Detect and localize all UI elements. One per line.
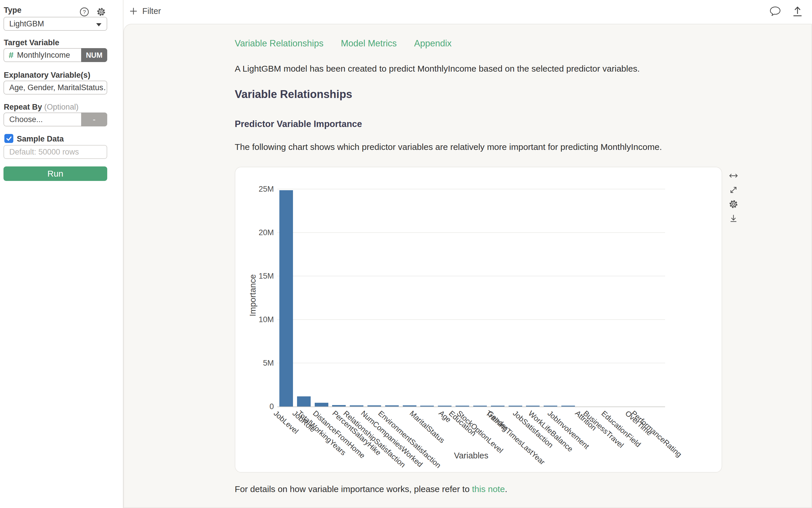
x-axis-title: Variables xyxy=(454,451,489,460)
plus-icon xyxy=(130,7,137,15)
gridline xyxy=(277,276,665,276)
subsection-title: Predictor Variable Importance xyxy=(235,119,362,129)
bar-RelationshipSatisfaction[interactable] xyxy=(367,405,381,407)
bar-WorkLifeBalance[interactable] xyxy=(544,406,557,407)
type-select-value: LightGBM xyxy=(4,19,44,29)
y-tick-label: 25M xyxy=(242,185,274,194)
gridline xyxy=(277,189,665,189)
footer-note: For details on how variable importance w… xyxy=(235,484,507,494)
numeric-hash-icon: # xyxy=(4,50,14,60)
y-tick-label: 20M xyxy=(242,228,274,237)
gridline xyxy=(277,232,665,233)
report-tabs: Variable Relationships Model Metrics App… xyxy=(235,38,451,49)
bar-JobSatisfaction[interactable] xyxy=(526,406,540,407)
sidebar: Type ? LightGBM Target Variable # Monthl… xyxy=(0,0,124,508)
explanatory-variables-label: Explanatory Variable(s) xyxy=(4,71,90,80)
bar-MaritalStatus[interactable] xyxy=(420,406,434,407)
bar-Education[interactable] xyxy=(456,406,469,407)
chart-settings-gear-icon[interactable] xyxy=(728,199,738,209)
bar-PercentSalaryHike[interactable] xyxy=(350,405,363,407)
target-variable-field[interactable]: # MonthlyIncome NUM xyxy=(3,48,107,62)
chart-description-text: The following chart shows which predicto… xyxy=(235,142,662,152)
explanatory-variables-field[interactable]: Age, Gender, MaritalStatus… xyxy=(3,81,107,94)
gear-icon[interactable] xyxy=(96,7,106,17)
gridline xyxy=(277,363,665,363)
filter-label: Filter xyxy=(142,6,161,16)
y-tick-label: 10M xyxy=(242,315,274,324)
bar-DistanceFromHome[interactable] xyxy=(332,405,346,407)
gridline xyxy=(277,319,665,320)
repeat-by-value: Choose... xyxy=(4,115,43,124)
bar-TrainingTimesLastYear[interactable] xyxy=(508,406,522,407)
analytics-report-card: Variable Relationships Model Metrics App… xyxy=(124,24,812,508)
help-icon[interactable]: ? xyxy=(79,7,89,17)
footer-note-text: For details on how variable importance w… xyxy=(235,484,472,494)
bar-Gender[interactable] xyxy=(491,406,504,407)
bar-JobRole[interactable] xyxy=(297,396,311,407)
explanatory-variables-value: Age, Gender, MaritalStatus… xyxy=(4,83,107,92)
target-variable-label: Target Variable xyxy=(4,38,59,47)
chart-toolbar xyxy=(728,171,738,223)
sample-data-label: Sample Data xyxy=(17,134,64,143)
y-tick-label: 0 xyxy=(242,402,274,411)
tab-model-metrics[interactable]: Model Metrics xyxy=(341,38,397,49)
comment-icon[interactable] xyxy=(769,5,781,17)
run-button[interactable]: Run xyxy=(3,166,107,181)
model-summary-text: A LightGBM model has been created to pre… xyxy=(235,64,640,74)
bar-NumCompaniesWorked[interactable] xyxy=(385,405,399,407)
bar-JobInvolvement[interactable] xyxy=(561,406,575,407)
chevron-down-icon xyxy=(96,23,101,27)
add-filter-button[interactable]: Filter xyxy=(130,6,161,16)
expand-width-icon[interactable] xyxy=(728,171,738,181)
sample-size-input[interactable] xyxy=(3,145,107,159)
bar-JobLevel[interactable] xyxy=(279,190,293,407)
bar-TotalWorkingYears[interactable] xyxy=(315,403,328,407)
importance-bar-chart: Importance 05M10M15M20M25MJobLevelJobRol… xyxy=(235,167,722,473)
topbar: Filter xyxy=(124,0,812,24)
num-type-badge: NUM xyxy=(81,48,107,62)
expand-fullscreen-icon[interactable] xyxy=(728,185,738,195)
export-icon[interactable] xyxy=(792,5,803,17)
type-select[interactable]: LightGBM xyxy=(3,17,107,31)
section-title: Variable Relationships xyxy=(235,88,352,100)
sample-data-checkbox[interactable] xyxy=(4,134,13,143)
tab-variable-relationships[interactable]: Variable Relationships xyxy=(235,38,323,49)
tab-appendix[interactable]: Appendix xyxy=(414,38,451,49)
bar-StockOptionLevel[interactable] xyxy=(473,406,487,407)
type-label: Type xyxy=(4,6,21,15)
repeat-by-label: Repeat By (Optional) xyxy=(4,103,79,112)
repeat-by-optional-label: (Optional) xyxy=(44,103,79,111)
svg-text:?: ? xyxy=(83,9,86,15)
repeat-by-clear-button[interactable]: - xyxy=(81,113,107,126)
bar-Age[interactable] xyxy=(438,406,451,407)
x-axis-line xyxy=(277,407,665,407)
y-tick-label: 15M xyxy=(242,272,274,281)
bar-EnvironmentSatisfaction[interactable] xyxy=(403,405,416,407)
repeat-by-select[interactable]: Choose... - xyxy=(3,113,107,126)
target-variable-value: MonthlyIncome xyxy=(14,51,70,60)
x-tick-label: PerformanceRating xyxy=(629,409,683,459)
check-icon xyxy=(6,135,12,142)
this-note-link[interactable]: this note xyxy=(472,484,505,494)
download-icon[interactable] xyxy=(728,213,738,223)
y-tick-label: 5M xyxy=(242,359,274,368)
